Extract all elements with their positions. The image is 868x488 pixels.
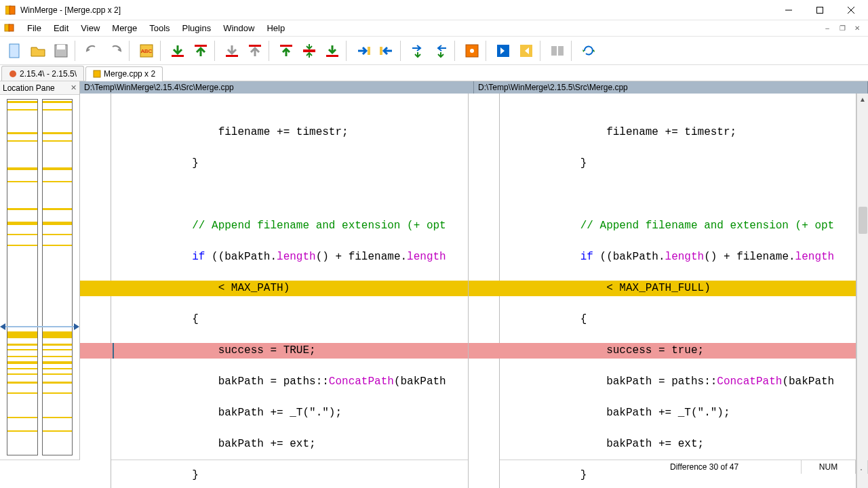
svg-rect-18 — [303, 49, 315, 52]
open-button[interactable] — [27, 39, 49, 62]
path-row: D:\Temp\WinMerge\2.15.4\Src\Merge.cpp D:… — [80, 81, 868, 94]
menu-merge[interactable]: Merge — [106, 22, 142, 35]
toolbar: ABC — [0, 37, 868, 65]
document-tabs: 2.15.4\ - 2.15.5\ Merge.cpp x 2 — [0, 65, 868, 81]
tab-merge-cpp[interactable]: Merge.cpp x 2 — [85, 66, 163, 81]
all-left-button[interactable] — [515, 39, 537, 62]
svg-rect-14 — [195, 45, 207, 47]
menu-bar: File Edit View Merge Tools Plugins Windo… — [0, 20, 868, 37]
new-button[interactable] — [4, 39, 26, 62]
window-title: WinMerge - [Merge.cpp x 2] — [20, 5, 773, 15]
location-cursor — [0, 323, 79, 331]
app-small-icon — [4, 22, 16, 35]
location-strip-left[interactable] — [7, 99, 38, 455]
location-pane: Location Pane ✕ — [0, 81, 80, 460]
next-conflict-button[interactable] — [221, 39, 243, 62]
refresh-button[interactable] — [578, 39, 599, 62]
menu-edit[interactable]: Edit — [48, 22, 74, 35]
right-pane: filename += timestr; } // Append filenam… — [469, 94, 857, 488]
mdi-minimize-icon[interactable]: – — [821, 22, 834, 35]
current-diff-button[interactable] — [298, 39, 320, 62]
v-scrollbar[interactable]: ▲ ▼ — [856, 94, 868, 488]
redo-button[interactable] — [104, 39, 126, 62]
copy-right-advance-button[interactable] — [407, 39, 429, 62]
tab-label: Merge.cpp x 2 — [104, 69, 155, 79]
title-bar: WinMerge - [Merge.cpp x 2] — [0, 0, 868, 20]
code-area: filename += timestr; } // Append filenam… — [80, 94, 868, 488]
copy-left-button[interactable] — [376, 39, 397, 62]
svg-rect-20 — [368, 47, 370, 55]
maximize-button[interactable] — [804, 0, 835, 20]
all-right-button[interactable] — [492, 39, 514, 62]
editor-area: D:\Temp\WinMerge\2.15.4\Src\Merge.cpp D:… — [80, 81, 868, 460]
first-diff-button[interactable] — [275, 39, 297, 62]
svg-rect-19 — [326, 55, 338, 57]
svg-rect-10 — [57, 45, 65, 49]
svg-rect-27 — [558, 46, 564, 56]
svg-rect-13 — [172, 55, 184, 57]
location-pane-title: Location Pane — [3, 83, 55, 93]
menu-file[interactable]: File — [22, 22, 47, 35]
options-button[interactable] — [461, 39, 483, 62]
minimize-button[interactable] — [773, 0, 804, 20]
location-strip-right[interactable] — [42, 99, 73, 455]
svg-rect-7 — [9, 24, 14, 31]
close-button[interactable] — [835, 0, 867, 20]
menu-tools[interactable]: Tools — [144, 22, 175, 35]
work-area: Location Pane ✕ — [0, 81, 868, 460]
mdi-controls: – ❐ ✕ — [821, 22, 865, 35]
svg-rect-15 — [226, 55, 238, 57]
close-icon[interactable]: ✕ — [71, 83, 77, 92]
svg-rect-3 — [817, 7, 823, 13]
mdi-restore-icon[interactable]: ❐ — [835, 22, 849, 35]
svg-rect-21 — [380, 47, 382, 55]
left-pane: filename += timestr; } // Append filenam… — [80, 94, 469, 488]
select-diff-button[interactable]: ABC — [136, 39, 157, 62]
next-diff-button[interactable] — [167, 39, 189, 62]
save-button[interactable] — [50, 39, 72, 62]
path-left: D:\Temp\WinMerge\2.15.4\Src\Merge.cpp — [80, 81, 474, 94]
copy-right-button[interactable] — [353, 39, 374, 62]
auto-merge-button[interactable] — [547, 39, 568, 62]
file-icon — [93, 70, 101, 78]
location-pane-body[interactable] — [0, 95, 79, 460]
svg-text:ABC: ABC — [141, 48, 153, 54]
tab-label: 2.15.4\ - 2.15.5\ — [20, 69, 77, 79]
mdi-close-icon[interactable]: ✕ — [850, 22, 864, 35]
svg-rect-17 — [280, 45, 292, 47]
svg-rect-8 — [9, 44, 19, 58]
folder-icon — [9, 70, 17, 78]
svg-rect-16 — [249, 45, 261, 47]
path-right: D:\Temp\WinMerge\2.15.5\Src\Merge.cpp — [474, 81, 868, 94]
prev-conflict-button[interactable] — [244, 39, 266, 62]
left-editor[interactable]: filename += timestr; } // Append filenam… — [80, 94, 468, 488]
tab-folder-compare[interactable]: 2.15.4\ - 2.15.5\ — [1, 66, 84, 81]
svg-point-23 — [470, 49, 474, 53]
app-icon — [5, 5, 16, 16]
menu-view[interactable]: View — [75, 22, 105, 35]
svg-rect-26 — [551, 46, 557, 56]
svg-rect-29 — [94, 70, 100, 77]
location-pane-header: Location Pane ✕ — [0, 81, 79, 95]
menu-help[interactable]: Help — [261, 22, 290, 35]
prev-diff-button[interactable] — [190, 39, 212, 62]
svg-rect-1 — [9, 6, 15, 14]
menu-plugins[interactable]: Plugins — [177, 22, 217, 35]
undo-button[interactable] — [81, 39, 103, 62]
menu-window[interactable]: Window — [218, 22, 260, 35]
svg-point-28 — [9, 70, 16, 77]
copy-left-advance-button[interactable] — [430, 39, 452, 62]
right-editor[interactable]: filename += timestr; } // Append filenam… — [469, 94, 856, 488]
last-diff-button[interactable] — [321, 39, 343, 62]
